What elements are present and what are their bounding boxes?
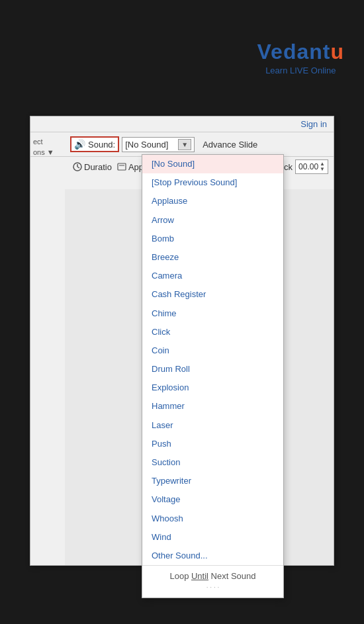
dropdown-item-cash-register[interactable]: Cash Register xyxy=(142,285,283,304)
dropdown-item-applause[interactable]: Applause xyxy=(142,192,283,210)
toolbar-row-1: ect ons ▼ 🔊 Sound: [No Sound] ▼ Advance … xyxy=(30,132,334,157)
logo-name-start: Vedant xyxy=(257,40,331,64)
spinner-value: 00.00 xyxy=(298,162,318,171)
spinner-down[interactable]: ▼ xyxy=(320,167,325,172)
dropdown-item-typewriter[interactable]: Typewriter xyxy=(142,472,283,490)
dropdown-item-voltage[interactable]: Voltage xyxy=(142,490,283,509)
dropdown-item-suction[interactable]: Suction xyxy=(142,453,283,472)
dropdown-menu: [No Sound] [Stop Previous Sound] Applaus… xyxy=(142,154,284,598)
dropdown-item-no-sound[interactable]: [No Sound] xyxy=(142,155,283,173)
svg-line-2 xyxy=(77,167,79,168)
dropdown-item-whoosh[interactable]: Whoosh xyxy=(142,510,283,528)
svg-rect-4 xyxy=(119,165,124,166)
dropdown-item-push[interactable]: Push xyxy=(142,435,283,453)
loop-until-text[interactable]: Loop Until Next Sound xyxy=(152,571,274,581)
sidebar-ect: ect xyxy=(33,138,43,146)
logo-text: Vedantu xyxy=(257,40,344,64)
duration-icon-label: Duratio xyxy=(73,162,112,172)
logo: Vedantu Learn LIVE Online xyxy=(257,40,344,75)
sound-label-group: 🔊 Sound: xyxy=(70,136,119,152)
loop-until-section: Loop Until Next Sound · · · · xyxy=(142,565,283,598)
dropdown-item-wind[interactable]: Wind xyxy=(142,528,283,547)
sound-dropdown[interactable]: [No Sound] ▼ xyxy=(122,137,195,152)
apply-icon xyxy=(117,162,126,171)
dropdown-item-coin[interactable]: Coin xyxy=(142,341,283,360)
dropdown-arrow-icon[interactable]: ▼ xyxy=(178,139,191,150)
dropdown-item-bomb[interactable]: Bomb xyxy=(142,230,283,248)
svg-rect-3 xyxy=(118,163,126,170)
clock-icon xyxy=(73,162,82,171)
dropdown-item-hammer[interactable]: Hammer xyxy=(142,397,283,416)
sound-select-value: [No Sound] xyxy=(125,140,177,150)
dropdown-item-click[interactable]: Click xyxy=(142,323,283,341)
logo-tagline: Learn LIVE Online xyxy=(257,66,344,75)
dropdown-item-other-sound[interactable]: Other Sound... xyxy=(142,547,283,565)
speaker-icon: 🔊 xyxy=(74,139,85,150)
dropdown-item-explosion[interactable]: Explosion xyxy=(142,379,283,397)
signin-bar: Sign in xyxy=(30,116,334,132)
loop-dots: · · · · xyxy=(152,584,274,591)
sound-label: Sound: xyxy=(88,140,115,150)
spinner-arrows[interactable]: ▲ ▼ xyxy=(320,161,325,172)
dropdown-item-drum-roll[interactable]: Drum Roll xyxy=(142,360,283,379)
dropdown-item-camera[interactable]: Camera xyxy=(142,267,283,285)
dropdown-item-stop-previous[interactable]: [Stop Previous Sound] xyxy=(142,173,283,192)
dropdown-item-breeze[interactable]: Breeze xyxy=(142,248,283,267)
duration-area: Duratio xyxy=(73,162,112,172)
sidebar-ons: ons ▼ xyxy=(33,148,54,156)
advance-slide-label: Advance Slide xyxy=(203,140,257,150)
main-window: Sign in ect ons ▼ 🔊 Sound: [No Sound] ▼ … xyxy=(30,116,334,566)
spinner-box[interactable]: 00.00 ▲ ▼ xyxy=(295,159,328,174)
loop-after: Next Sound xyxy=(208,571,256,581)
loop-underline: Until xyxy=(191,571,208,581)
logo-name-end: u xyxy=(330,40,344,64)
loop-before: Loop xyxy=(169,571,191,581)
sidebar-strip: ect ons ▼ xyxy=(30,135,62,584)
dropdown-item-arrow[interactable]: Arrow xyxy=(142,211,283,230)
duration-label: Duratio xyxy=(84,162,112,172)
dropdown-item-chime[interactable]: Chime xyxy=(142,304,283,323)
dropdown-item-laser[interactable]: Laser xyxy=(142,416,283,435)
signin-link[interactable]: Sign in xyxy=(300,119,327,129)
